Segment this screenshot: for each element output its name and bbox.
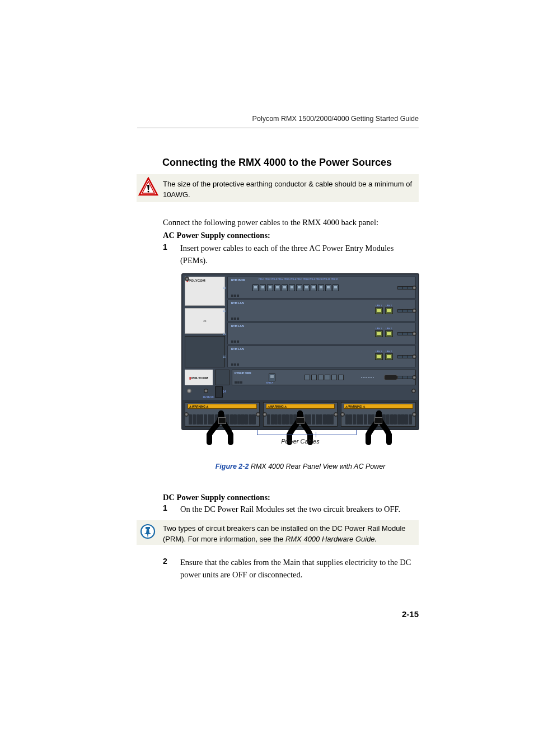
info-pin-icon xyxy=(140,524,156,539)
gap-row: 16/18/20 14 xyxy=(182,385,418,400)
page-number: 2-15 xyxy=(402,609,419,619)
rtm-ip-module: RTM-IP 4000 SHELF xyxy=(232,370,416,385)
rtm-ip-label: RTM-IP 4000 xyxy=(235,371,251,375)
ac-heading: AC Power Supply connections: xyxy=(163,230,420,242)
header-rule xyxy=(137,128,419,128)
running-header: Polycom RMX 1500/2000/4000 Getting Start… xyxy=(252,115,419,123)
rtm-ip-row: ▮POLYCOM RTM-IP 4000 SHELF xyxy=(182,370,418,385)
step-number-1-dc: 1 xyxy=(163,503,167,512)
intro-paragraph: Connect the following power cables to th… xyxy=(163,217,420,229)
pri-header: PRI-1 PRI-2 PRI-3 PRI-4 PRI-5 PRI-6 PRI-… xyxy=(259,278,338,281)
rtm-lan-module-2: 11 RTM LAN LAN 1 LAN 2 xyxy=(227,323,416,344)
psu-2: ⚠WARNING⚠ xyxy=(263,402,338,427)
step-number-2-dc: 2 xyxy=(163,557,167,566)
psu-warning-label: WARNING xyxy=(348,405,362,408)
rtm-isdn-label: RTM ISDN xyxy=(231,278,245,282)
psu-1: ⚠WARNING⚠ xyxy=(185,402,260,427)
figure-caption: Figure 2-2 RMX 4000 Rear Panel View with… xyxy=(181,463,419,470)
svg-point-2 xyxy=(148,191,149,193)
ce-mark: CE xyxy=(203,320,206,323)
rtm-lan-label: RTM LAN xyxy=(231,324,244,328)
psu-warning-label: WARNING xyxy=(270,405,284,408)
rear-panel-illustration: ▮POLYCOM CE 13 RTM ISDN PRI-1 PRI-2 PRI-… xyxy=(181,273,419,430)
psu-warning-label: WARNING xyxy=(192,405,205,408)
rtm-lan-module-1: 12 RTM LAN LAN 1 LAN 2 xyxy=(227,300,416,321)
psu-3: ⚠WARNING⚠ xyxy=(341,402,416,427)
polycom-product-label: ▮POLYCOM xyxy=(185,277,225,306)
dc-heading: DC Power Supply connections: xyxy=(163,492,420,504)
step-text-1-ac: Insert power cables to each of the three… xyxy=(180,242,421,267)
cable-callout-text: Power Cables xyxy=(181,438,419,445)
info-note-text: Two types of circuit breakers can be ins… xyxy=(163,524,417,545)
blank-panel xyxy=(185,336,225,367)
step-number-1-ac: 1 xyxy=(163,242,167,251)
rtm-lan-label: RTM LAN xyxy=(231,347,244,351)
step-text-2-dc: Ensure that the cables from the Main tha… xyxy=(180,557,421,581)
warning-triangle-icon xyxy=(138,177,158,197)
shelf-label: SHELF xyxy=(266,381,273,384)
page: Polycom RMX 1500/2000/4000 Getting Start… xyxy=(0,0,534,756)
polycom-brand: POLYCOM xyxy=(189,279,205,282)
section-title: Connecting the RMX 4000 to the Power Sou… xyxy=(162,157,392,169)
module-column: 13 RTM ISDN PRI-1 PRI-2 PRI-3 PRI-4 PRI-… xyxy=(227,274,418,370)
module-stack: ▮POLYCOM CE 13 RTM ISDN PRI-1 PRI-2 PRI-… xyxy=(182,274,418,370)
polycom-small-label: ▮POLYCOM xyxy=(185,370,213,385)
step-text-1-dc: On the DC Power Rail Modules set the two… xyxy=(180,503,421,516)
rtm-lan-label: RTM LAN xyxy=(231,301,244,305)
rtm-lan-module-3: 10 RTM LAN LAN 1 LAN 2 xyxy=(227,346,416,367)
psu-row: ⚠WARNING⚠ ⚠WARNING⚠ ⚠WARNING⚠ xyxy=(182,400,418,429)
rtm-isdn-module: 13 RTM ISDN PRI-1 PRI-2 PRI-3 PRI-4 PRI-… xyxy=(227,277,416,298)
certification-label: CE xyxy=(185,308,225,334)
hardware-guide-ref: RMX 4000 Hardware Guide. xyxy=(285,535,377,543)
blank-small xyxy=(215,370,229,385)
figure-rear-panel: ▮POLYCOM CE 13 RTM ISDN PRI-1 PRI-2 PRI-… xyxy=(181,273,419,442)
label-column: ▮POLYCOM CE xyxy=(182,274,227,370)
warning-text: The size of the protective earthing cond… xyxy=(163,179,415,200)
figure-caption-text: RMX 4000 Rear Panel View with AC Power xyxy=(251,463,385,470)
figure-number: Figure 2-2 xyxy=(216,463,249,470)
